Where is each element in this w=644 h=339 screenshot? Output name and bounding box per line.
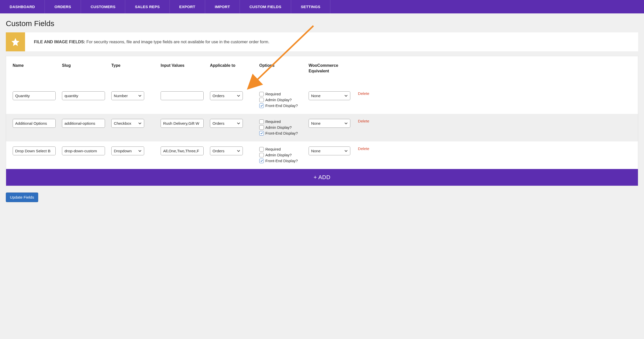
options-cell: Required Admin Display? Front-End Displa… — [259, 146, 309, 164]
admin-display-label: Admin Display? — [265, 97, 292, 102]
required-label: Required — [265, 146, 281, 152]
col-wc-equiv: WooCommerce Equivalent — [309, 63, 358, 74]
page-title: Custom Fields — [6, 19, 638, 28]
delete-link[interactable]: Delete — [358, 119, 369, 123]
custom-fields-panel: Name Slug Type Input Values Applicable t… — [6, 56, 638, 186]
notice-heading: FILE AND IMAGE FIELDS: — [34, 39, 85, 44]
name-input[interactable] — [13, 119, 56, 128]
notice-body-text: For security reasons, file and image typ… — [85, 39, 269, 44]
frontend-display-checkbox[interactable] — [259, 159, 264, 163]
slug-input[interactable] — [62, 91, 105, 100]
frontend-display-checkbox[interactable] — [259, 131, 264, 136]
input-values-input[interactable] — [161, 146, 204, 155]
frontend-display-checkbox[interactable] — [259, 103, 264, 108]
col-applicable-to: Applicable to — [210, 63, 259, 68]
slug-input[interactable] — [62, 119, 105, 128]
notice-banner: FILE AND IMAGE FIELDS: For security reas… — [6, 32, 638, 51]
notice-text: FILE AND IMAGE FIELDS: For security reas… — [25, 32, 638, 51]
options-cell: Required Admin Display? Front-End Displa… — [259, 91, 309, 109]
slug-input[interactable] — [62, 146, 105, 155]
admin-display-label: Admin Display? — [265, 152, 292, 158]
nav-tab-customers[interactable]: CUSTOMERS — [81, 0, 125, 13]
type-select[interactable]: Dropdown — [111, 146, 144, 155]
delete-link[interactable]: Delete — [358, 91, 369, 96]
options-cell: Required Admin Display? Front-End Displa… — [259, 119, 309, 136]
required-label: Required — [265, 91, 281, 97]
frontend-display-label: Front-End Display? — [265, 158, 298, 163]
col-type: Type — [111, 63, 161, 68]
admin-display-checkbox[interactable] — [259, 153, 264, 157]
table-header: Name Slug Type Input Values Applicable t… — [6, 56, 638, 86]
table-row: Checkbox Orders Required Admin Display? … — [6, 114, 638, 141]
col-name: Name — [13, 63, 62, 68]
applicable-to-select[interactable]: Orders — [210, 146, 243, 155]
required-checkbox[interactable] — [259, 147, 264, 152]
type-select[interactable]: Number — [111, 91, 144, 100]
wc-equiv-select[interactable]: None — [309, 119, 350, 128]
nav-tab-sales-reps[interactable]: SALES REPS — [125, 0, 169, 13]
wc-equiv-select[interactable]: None — [309, 146, 350, 155]
top-nav: DASHBOARD ORDERS CUSTOMERS SALES REPS EX… — [0, 0, 644, 13]
update-fields-button[interactable]: Update Fields — [6, 193, 38, 202]
admin-display-label: Admin Display? — [265, 125, 292, 130]
name-input[interactable] — [13, 146, 56, 155]
nav-tab-custom-fields[interactable]: CUSTOM FIELDS — [240, 0, 291, 13]
applicable-to-select[interactable]: Orders — [210, 119, 243, 128]
star-icon — [6, 32, 25, 51]
input-values-input[interactable] — [161, 91, 204, 100]
required-label: Required — [265, 119, 281, 124]
nav-tab-dashboard[interactable]: DASHBOARD — [0, 0, 45, 13]
table-row: Number Orders Required Admin Display? Fr… — [6, 86, 638, 114]
wc-equiv-select[interactable]: None — [309, 91, 350, 100]
nav-tab-import[interactable]: IMPORT — [205, 0, 240, 13]
col-input-values: Input Values — [161, 63, 210, 68]
table-row: Dropdown Orders Required Admin Display? … — [6, 141, 638, 169]
required-checkbox[interactable] — [259, 119, 264, 124]
admin-display-checkbox[interactable] — [259, 125, 264, 130]
type-select[interactable]: Checkbox — [111, 119, 144, 128]
delete-link[interactable]: Delete — [358, 146, 369, 151]
col-options: Options — [259, 63, 309, 68]
admin-display-checkbox[interactable] — [259, 98, 264, 102]
nav-tab-orders[interactable]: ORDERS — [45, 0, 81, 13]
input-values-input[interactable] — [161, 119, 204, 128]
nav-tab-settings[interactable]: SETTINGS — [291, 0, 330, 13]
frontend-display-label: Front-End Display? — [265, 131, 298, 136]
nav-tab-export[interactable]: EXPORT — [170, 0, 205, 13]
required-checkbox[interactable] — [259, 92, 264, 96]
applicable-to-select[interactable]: Orders — [210, 91, 243, 100]
add-button[interactable]: + ADD — [6, 169, 638, 186]
name-input[interactable] — [13, 91, 56, 100]
frontend-display-label: Front-End Display? — [265, 103, 298, 108]
col-slug: Slug — [62, 63, 111, 68]
